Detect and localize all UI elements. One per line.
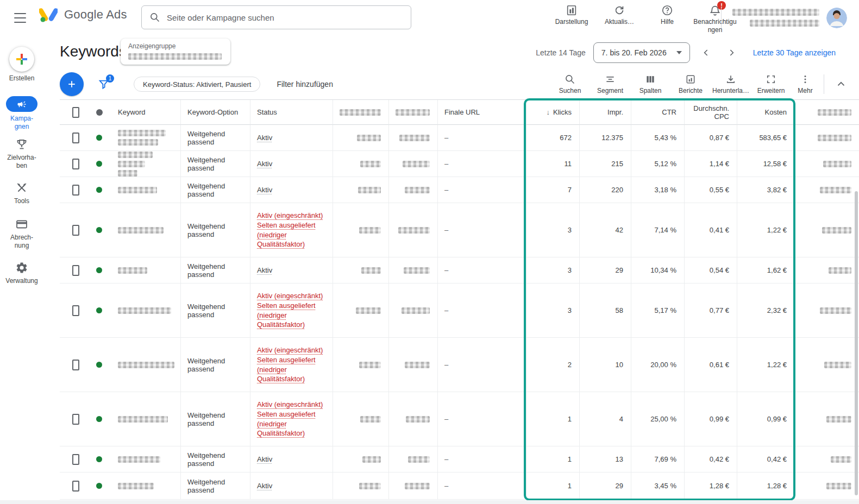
- status-link[interactable]: Aktiv: [257, 455, 272, 464]
- sidebar-item-zielvorhaben[interactable]: Zielvorha- ben: [7, 138, 36, 169]
- avatar[interactable]: [826, 8, 847, 28]
- col-redacted-3[interactable]: [794, 100, 859, 125]
- toolbar-more-button[interactable]: Mehr: [791, 74, 819, 94]
- table-row[interactable]: Weitgehend passendAktiv–112155,12 %1,14 …: [60, 151, 859, 177]
- help-button[interactable]: Hilfe: [643, 4, 691, 26]
- col-redacted-2[interactable]: [388, 100, 437, 125]
- page-bottom-strip: [0, 500, 859, 504]
- toolbar-expand-button[interactable]: Erweitern: [751, 74, 791, 94]
- sidebar-item-tools[interactable]: Tools: [14, 181, 29, 205]
- row-checkbox[interactable]: [72, 481, 79, 492]
- filter-chip[interactable]: Keyword-Status: Aktiviert, Pausiert: [134, 77, 260, 92]
- row-checkbox[interactable]: [72, 265, 79, 276]
- date-prev-button[interactable]: [698, 47, 715, 58]
- cell-keyword-option: Weitgehend passend: [180, 392, 250, 446]
- account-info-redacted[interactable]: [728, 9, 819, 27]
- col-ctr[interactable]: CTR: [631, 100, 684, 125]
- cell-status: Aktiv (eingeschränkt)Selten ausgeliefert…: [250, 203, 333, 257]
- status-link[interactable]: Aktiv: [257, 185, 272, 195]
- col-cpc[interactable]: Durchschn. CPC: [684, 100, 737, 125]
- collapse-chart-button[interactable]: [829, 78, 854, 90]
- search-input[interactable]: [166, 12, 403, 23]
- appearance-button[interactable]: Darstellung: [548, 4, 595, 26]
- status-link[interactable]: Selten ausgeliefert (niedriger Qualitäts…: [257, 220, 328, 249]
- menu-icon[interactable]: [14, 13, 26, 23]
- table-row[interactable]: Weitgehend passendAktiv–1293,45 %1,28 €1…: [60, 472, 859, 500]
- col-final-url[interactable]: Finale URL: [437, 100, 526, 125]
- enabled-dot-icon: [96, 267, 102, 273]
- sidebar-item-verwaltung[interactable]: Verwaltung: [5, 261, 37, 285]
- cell-final-url: –: [437, 338, 526, 392]
- status-link[interactable]: Selten ausgeliefert (niedriger Qualitäts…: [257, 410, 328, 438]
- show-30-days-link[interactable]: Letzte 30 Tage anzeigen: [753, 48, 836, 57]
- global-search[interactable]: [141, 5, 411, 29]
- table-row[interactable]: Weitgehend passendAktiv–1137,69 %0,42 €0…: [60, 446, 859, 472]
- row-checkbox[interactable]: [72, 225, 79, 236]
- cell-status: Aktiv (eingeschränkt)Selten ausgeliefert…: [250, 338, 333, 392]
- cell-redacted: [794, 151, 859, 177]
- appearance-icon: [566, 4, 578, 16]
- toolbar-search-button[interactable]: Suchen: [550, 74, 590, 94]
- toolbar-download-button[interactable]: Herunterla…: [711, 74, 751, 94]
- row-checkbox[interactable]: [72, 159, 79, 169]
- cell-status: Aktiv: [250, 446, 333, 472]
- cell-checkbox: [60, 446, 87, 472]
- row-checkbox[interactable]: [72, 454, 79, 465]
- toolbar-reports-button[interactable]: Berichte: [670, 74, 711, 94]
- refresh-button[interactable]: Aktualis…: [595, 4, 643, 26]
- row-checkbox[interactable]: [72, 360, 79, 370]
- row-checkbox[interactable]: [72, 305, 79, 316]
- sidebar-item-kampagnen[interactable]: Kampa- gnen: [6, 96, 37, 130]
- table-row[interactable]: Weitgehend passendAktiv–72203,18 %0,55 €…: [60, 177, 859, 203]
- toolbar-columns-button[interactable]: Spalten: [630, 74, 670, 94]
- vertical-scrollbar[interactable]: [855, 191, 858, 495]
- status-link[interactable]: Aktiv (eingeschränkt): [257, 400, 323, 410]
- reports-icon: [685, 74, 696, 85]
- select-all-checkbox[interactable]: [72, 107, 79, 118]
- status-link[interactable]: Aktiv (eingeschränkt): [257, 291, 323, 301]
- status-link[interactable]: Aktiv: [257, 133, 272, 143]
- status-link[interactable]: Aktiv (eingeschränkt): [257, 345, 323, 355]
- enabled-dot-icon: [96, 362, 102, 368]
- table-row[interactable]: Weitgehend passendAktiv (eingeschränkt)S…: [60, 338, 859, 392]
- cell-impr: 220: [579, 177, 631, 203]
- col-keyword[interactable]: Keyword: [111, 100, 180, 125]
- col-klicks[interactable]: ↓Klicks: [526, 100, 579, 125]
- cell-keyword-redacted: [111, 151, 180, 177]
- status-link[interactable]: Aktiv: [257, 481, 272, 491]
- status-link[interactable]: Selten ausgeliefert (niedriger Qualitäts…: [257, 355, 328, 384]
- col-redacted-1[interactable]: [333, 100, 388, 125]
- table-row[interactable]: Weitgehend passendAktiv–67212.3755,43 %0…: [60, 125, 859, 151]
- status-link[interactable]: Aktiv: [257, 266, 272, 275]
- sidebar-item-abrechnung[interactable]: Abrech- nung: [10, 218, 33, 249]
- date-next-button[interactable]: [723, 47, 740, 58]
- adgroup-chip[interactable]: Anzeigengruppe: [121, 39, 230, 65]
- toolbar-segment-button[interactable]: Segment: [590, 74, 630, 94]
- row-checkbox[interactable]: [72, 414, 79, 425]
- col-kosten[interactable]: Kosten: [737, 100, 794, 125]
- cell-checkbox: [60, 177, 87, 203]
- filter-funnel-icon[interactable]: 1: [98, 78, 110, 90]
- date-range-select[interactable]: 7. bis 20. Feb 2026: [593, 42, 690, 63]
- status-link[interactable]: Selten ausgeliefert (niedriger Qualitäts…: [257, 301, 328, 330]
- table-row[interactable]: Weitgehend passendAktiv–32910,34 %0,54 €…: [60, 257, 859, 284]
- table-row[interactable]: Weitgehend passendAktiv (eingeschränkt)S…: [60, 392, 859, 446]
- row-checkbox[interactable]: [72, 133, 79, 143]
- add-filter-button[interactable]: Filter hinzufügen: [277, 80, 333, 89]
- ads-logo-icon: [39, 7, 58, 23]
- cell-impr: 42: [579, 203, 631, 257]
- col-impr[interactable]: Impr.: [579, 100, 631, 125]
- col-keyword-option[interactable]: Keyword-Option: [180, 100, 250, 125]
- keywords-table: Keyword Keyword-Option Status Finale URL…: [60, 99, 859, 500]
- status-link[interactable]: Aktiv (eingeschränkt): [257, 211, 323, 220]
- status-link[interactable]: Aktiv: [257, 159, 272, 169]
- col-status[interactable]: Status: [250, 100, 333, 125]
- cell-redacted: [388, 284, 437, 338]
- cell-cpc: 0,87 €: [684, 125, 737, 151]
- sidebar-item-erstellen[interactable]: Erstellen: [9, 47, 35, 82]
- add-button[interactable]: [60, 72, 84, 96]
- row-checkbox[interactable]: [72, 185, 79, 196]
- table-row[interactable]: Weitgehend passendAktiv (eingeschränkt)S…: [60, 284, 859, 338]
- google-ads-logo[interactable]: Google Ads: [39, 7, 127, 23]
- table-row[interactable]: Weitgehend passendAktiv (eingeschränkt)S…: [60, 203, 859, 257]
